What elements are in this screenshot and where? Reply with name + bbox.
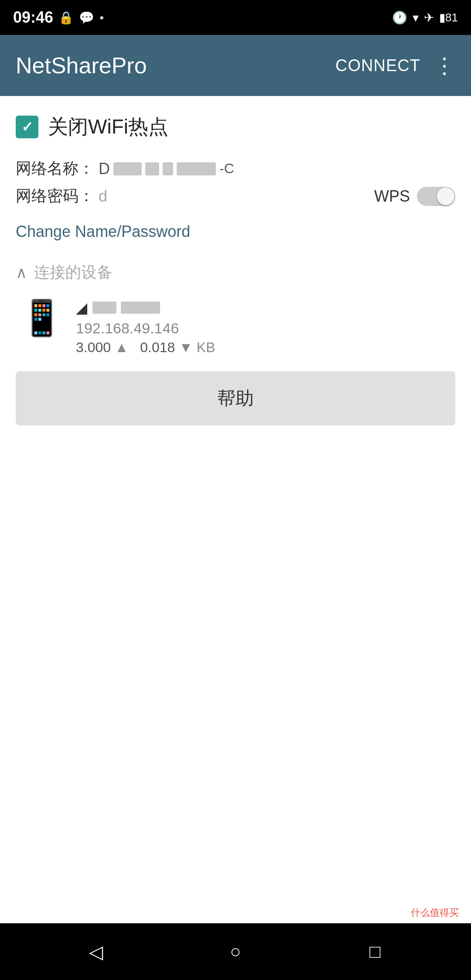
alarm-icon: 🕐 — [392, 10, 407, 25]
nav-back-button[interactable]: ◁ — [78, 934, 113, 969]
app-bar: NetSharePro CONNECT ⋮ — [0, 35, 471, 96]
lock-icon: 🔒 — [58, 10, 74, 25]
airplane-icon: ✈ — [424, 10, 434, 25]
status-bar-right: 🕐 ▾ ✈ ▮81 — [392, 10, 458, 25]
device-name-block-2 — [121, 302, 160, 314]
speed-down-value: 0.018 — [140, 339, 175, 355]
connected-devices-header: ∧ 连接的设备 — [16, 262, 455, 283]
connect-button[interactable]: CONNECT — [335, 56, 420, 75]
redacted-block-3 — [163, 162, 173, 175]
up-arrow-icon: ▲ — [115, 339, 129, 355]
phone-icon: 📱 — [20, 301, 64, 336]
down-arrow-icon: ▼ — [179, 339, 193, 355]
wifi-icon: ▾ — [413, 10, 419, 25]
network-name-label: 网络名称： — [16, 158, 94, 179]
device-name-block-1 — [92, 302, 116, 314]
help-button[interactable]: 帮助 — [16, 371, 455, 425]
wps-label: WPS — [374, 187, 410, 206]
network-info: 网络名称： D -C 网络密码： d WPS — [16, 158, 455, 207]
device-ip: 192.168.49.146 — [76, 320, 455, 337]
connected-devices-title: 连接的设备 — [34, 262, 113, 283]
network-name-value: D -C — [99, 160, 455, 178]
more-menu-icon[interactable]: ⋮ — [433, 55, 455, 76]
redacted-block-1 — [113, 162, 142, 175]
speed-up-value: 3.000 — [76, 339, 111, 355]
device-name-blurred — [92, 302, 160, 314]
device-info: ◢ 192.168.49.146 3.000 ▲ 0.018 ▼ KB — [76, 299, 455, 356]
hotspot-checkbox[interactable] — [16, 116, 38, 138]
wps-row: WPS — [374, 187, 455, 206]
redacted-block-2 — [145, 162, 159, 175]
chevron-up-icon[interactable]: ∧ — [16, 264, 27, 282]
network-name-row: 网络名称： D -C — [16, 158, 455, 179]
speed-unit: KB — [197, 339, 215, 355]
network-password-row: 网络密码： d WPS — [16, 185, 455, 207]
status-bar: 09:46 🔒 💬 ● 🕐 ▾ ✈ ▮81 — [0, 0, 471, 35]
redacted-block-4 — [177, 162, 216, 175]
network-password-value: d — [99, 187, 370, 206]
signal-icon: ◢ — [76, 299, 87, 316]
change-name-password-link[interactable]: Change Name/Password — [16, 223, 455, 241]
status-time: 09:46 — [13, 8, 53, 27]
nav-recent-button[interactable]: □ — [358, 934, 392, 969]
nav-home-button[interactable]: ○ — [218, 934, 253, 969]
device-speed: 3.000 ▲ 0.018 ▼ KB — [76, 339, 455, 356]
network-password-label: 网络密码： — [16, 185, 94, 207]
main-content: 关闭WiFi热点 网络名称： D -C 网络密码： d WPS — [0, 96, 471, 460]
app-bar-actions: CONNECT ⋮ — [335, 55, 455, 76]
wps-toggle[interactable] — [417, 187, 455, 206]
battery-icon: ▮81 — [439, 11, 458, 24]
status-bar-left: 09:46 🔒 💬 ● — [13, 8, 104, 27]
dot-icon: ● — [99, 13, 104, 22]
device-name-row: ◢ — [76, 299, 455, 316]
wechat-icon: 💬 — [79, 10, 94, 25]
toggle-thumb — [437, 188, 454, 205]
hotspot-toggle-row[interactable]: 关闭WiFi热点 — [16, 113, 455, 140]
device-item: 📱 ◢ 192.168.49.146 3.000 ▲ 0.018 ▼ KB — [16, 299, 455, 356]
hotspot-label: 关闭WiFi热点 — [48, 113, 168, 140]
app-title: NetSharePro — [16, 52, 335, 79]
nav-bar: ◁ ○ □ — [0, 923, 471, 980]
watermark: 什么值得买 — [407, 905, 462, 921]
